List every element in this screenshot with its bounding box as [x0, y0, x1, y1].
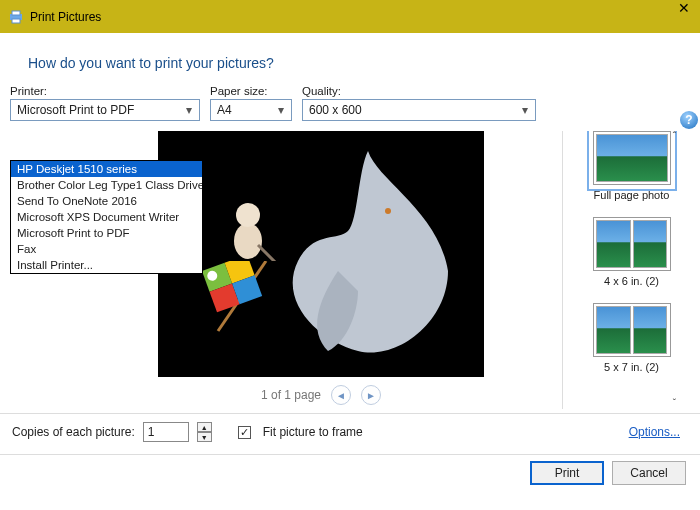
scroll-up-icon[interactable]: ˆ — [673, 131, 676, 142]
printer-select[interactable]: Microsoft Print to PDF ▾ — [10, 99, 200, 121]
controls-row: Printer: Microsoft Print to PDF ▾ Paper … — [0, 85, 700, 121]
copies-row: Copies of each picture: 1 ▲ ▼ Fit pictur… — [0, 414, 700, 450]
layout-label: 4 x 6 in. (2) — [604, 275, 659, 287]
dolphin-illustration — [258, 151, 458, 361]
printer-option[interactable]: Brother Color Leg Type1 Class Driver — [11, 177, 202, 193]
quality-label: Quality: — [302, 85, 536, 97]
prev-page-button[interactable]: ◄ — [331, 385, 351, 405]
window-title: Print Pictures — [30, 10, 101, 24]
quality-select[interactable]: 600 x 600 ▾ — [302, 99, 536, 121]
fit-checkbox[interactable] — [238, 426, 251, 439]
printer-option[interactable]: HP Deskjet 1510 series — [11, 161, 202, 177]
layout-thumb — [593, 131, 671, 185]
layout-label: Full page photo — [594, 189, 670, 201]
svg-rect-2 — [12, 19, 20, 23]
options-link[interactable]: Options... — [629, 425, 680, 439]
svg-point-4 — [234, 223, 262, 259]
printer-value: Microsoft Print to PDF — [17, 103, 134, 117]
layout-label: 5 x 7 in. (2) — [604, 361, 659, 373]
copies-input[interactable]: 1 — [143, 422, 189, 442]
copies-up-button[interactable]: ▲ — [197, 422, 212, 432]
paper-size-value: A4 — [217, 103, 232, 117]
pager: 1 of 1 page ◄ ► — [261, 385, 381, 405]
printer-label: Printer: — [10, 85, 200, 97]
titlebar: Print Pictures ✕ — [0, 0, 700, 33]
svg-point-5 — [236, 203, 260, 227]
printer-option[interactable]: Fax — [11, 241, 202, 257]
page-heading: How do you want to print your pictures? — [28, 55, 700, 71]
printer-dropdown-list[interactable]: HP Deskjet 1510 seriesBrother Color Leg … — [10, 160, 203, 274]
next-page-button[interactable]: ► — [361, 385, 381, 405]
squirrel-illustration — [218, 191, 278, 261]
button-row: Print Cancel — [0, 455, 700, 485]
help-icon[interactable]: ? — [680, 111, 698, 129]
paper-size-label: Paper size: — [210, 85, 292, 97]
layout-option[interactable]: 5 x 7 in. (2) — [573, 303, 690, 373]
close-icon[interactable]: ✕ — [678, 0, 690, 16]
cancel-button[interactable]: Cancel — [612, 461, 686, 485]
copies-down-button[interactable]: ▼ — [197, 432, 212, 442]
printer-option[interactable]: Send To OneNote 2016 — [11, 193, 202, 209]
layout-option[interactable]: 4 x 6 in. (2) — [573, 217, 690, 287]
layouts-list[interactable]: ˆ ˇ Full page photo4 x 6 in. (2)5 x 7 in… — [563, 131, 700, 409]
svg-point-3 — [385, 208, 391, 214]
fit-label: Fit picture to frame — [263, 425, 363, 439]
svg-rect-1 — [12, 11, 20, 15]
print-button[interactable]: Print — [530, 461, 604, 485]
printer-option[interactable]: Microsoft XPS Document Writer — [11, 209, 202, 225]
layout-thumb — [593, 303, 671, 357]
printer-icon — [8, 9, 24, 25]
pager-text: 1 of 1 page — [261, 388, 321, 402]
chevron-down-icon: ▾ — [181, 100, 197, 120]
printer-option[interactable]: Microsoft Print to PDF — [11, 225, 202, 241]
paper-size-select[interactable]: A4 ▾ — [210, 99, 292, 121]
layout-thumb — [593, 217, 671, 271]
chevron-down-icon: ▾ — [273, 100, 289, 120]
copies-label: Copies of each picture: — [12, 425, 135, 439]
quality-value: 600 x 600 — [309, 103, 362, 117]
scroll-down-icon[interactable]: ˇ — [673, 398, 676, 409]
printer-option[interactable]: Install Printer... — [11, 257, 202, 273]
preview-image — [158, 131, 484, 377]
chevron-down-icon: ▾ — [517, 100, 533, 120]
